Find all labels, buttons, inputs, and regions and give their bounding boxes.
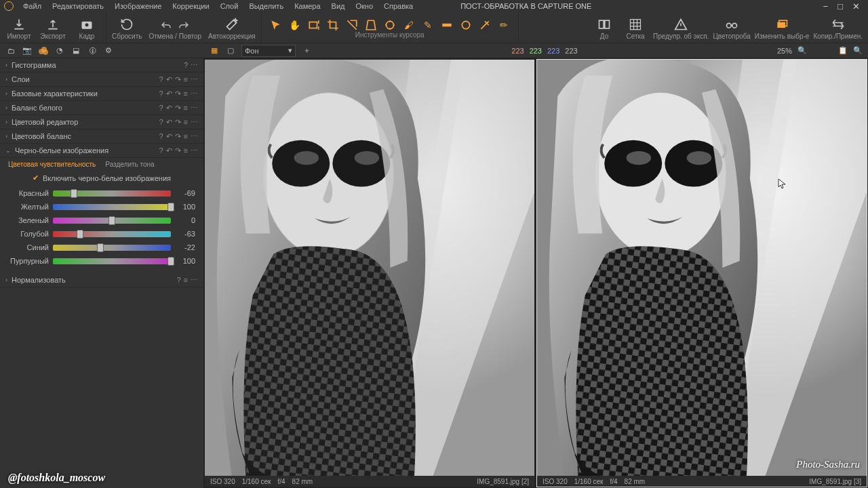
select-tool-icon[interactable] xyxy=(270,19,282,31)
slider-track[interactable] xyxy=(53,258,171,264)
tab-capture-icon[interactable]: 📷 xyxy=(22,45,33,56)
panel-color-editor[interactable]: ›Цветовой редактор?↶↷≡⋯ xyxy=(0,115,203,129)
slider-Зеленый[interactable]: Зеленый0 xyxy=(0,214,203,227)
tab-output-icon[interactable]: ⚙ xyxy=(103,45,114,56)
cursor-tools-group: ✋ 🖌 ✎ ✏ Инструменты курсора xyxy=(262,12,519,43)
edit-sel-button[interactable]: Изменить выбр-е xyxy=(755,18,810,40)
export-button[interactable]: Экспорт xyxy=(39,18,66,40)
tab-metadata-icon[interactable]: 🛈 xyxy=(87,45,98,56)
maximize-icon[interactable]: □ xyxy=(837,1,843,12)
menu-adjust[interactable]: Коррекции xyxy=(168,1,213,12)
svg-point-14 xyxy=(43,49,48,55)
eraser-tool-icon[interactable]: ✎ xyxy=(422,19,434,31)
slider-thumb[interactable] xyxy=(167,203,174,211)
menubar: Файл Редактировать Изображение Коррекции… xyxy=(0,0,868,12)
copyapply-button[interactable]: Копир./Примен. xyxy=(813,18,863,40)
slider-thumb[interactable] xyxy=(167,257,174,266)
minimize-icon[interactable]: − xyxy=(823,1,829,12)
before-button[interactable]: До xyxy=(591,18,618,40)
slider-track[interactable] xyxy=(53,245,171,251)
tab-adjust-icon[interactable] xyxy=(38,45,49,56)
main: ›Гистограмма?⋯ ›Слои?↶↷≡⋯ ›Базовые харак… xyxy=(0,58,868,488)
zoom-loupe-icon[interactable]: 🔍 xyxy=(797,46,807,55)
slider-Пурпурный[interactable]: Пурпурный100 xyxy=(0,254,203,268)
loupe-tool-icon[interactable] xyxy=(308,19,320,31)
zoom-value[interactable]: 25% xyxy=(777,47,792,55)
window-title: ПОСТ-ОБРАБОТКА В CAPTURE ONE xyxy=(460,2,591,10)
reset-button[interactable]: Сбросить xyxy=(112,18,142,40)
clipboard-icon[interactable]: 📋 xyxy=(838,46,848,55)
import-button[interactable]: Импорт xyxy=(5,18,33,40)
slider-label: Зеленый xyxy=(8,216,49,224)
view-single-icon[interactable]: ▢ xyxy=(225,45,236,56)
slider-track[interactable] xyxy=(53,231,171,237)
slider-thumb[interactable] xyxy=(108,216,115,225)
panel-histogram[interactable]: ›Гистограмма?⋯ xyxy=(0,58,203,73)
menu-image[interactable]: Изображение xyxy=(111,1,165,12)
proof-button[interactable]: Цветопроба xyxy=(713,18,750,40)
heal-tool-icon[interactable] xyxy=(479,19,491,31)
view-grid-icon[interactable]: ▦ xyxy=(209,45,220,56)
gradient-tool-icon[interactable] xyxy=(441,19,453,31)
brush-tool-icon[interactable]: 🖌 xyxy=(403,19,415,31)
panel-layers[interactable]: ›Слои?↶↷≡⋯ xyxy=(0,73,203,87)
menu-help[interactable]: Справка xyxy=(380,1,417,12)
slider-track[interactable] xyxy=(53,204,171,210)
menu-camera[interactable]: Камера xyxy=(290,1,324,12)
tab-styles-icon[interactable]: ⬓ xyxy=(71,45,81,56)
slider-Синий[interactable]: Синий-22 xyxy=(0,241,203,254)
menu-layer[interactable]: Слой xyxy=(216,1,243,12)
tab-library-icon[interactable]: 🗀 xyxy=(5,45,16,56)
close-icon[interactable]: ✕ xyxy=(852,1,860,12)
redo-icon[interactable] xyxy=(178,20,190,33)
menu-view[interactable]: Вид xyxy=(328,1,349,12)
svg-rect-7 xyxy=(605,20,610,28)
slider-thumb[interactable] xyxy=(97,243,104,252)
add-layer-icon[interactable]: ＋ xyxy=(301,45,312,56)
layer-selector[interactable]: Фон▾ xyxy=(241,45,296,57)
slider-label: Синий xyxy=(8,243,49,251)
auto-button[interactable]: Автокоррекция xyxy=(208,18,256,40)
panel-normalize[interactable]: ›Нормализовать?≡⋯ xyxy=(0,273,203,287)
meta-left: ISO 3201/160 секf/482 mm IMG_8591.jpg [2… xyxy=(205,476,534,487)
hand-tool-icon[interactable]: ✋ xyxy=(289,19,301,31)
menu-window[interactable]: Окно xyxy=(351,1,377,12)
search-icon[interactable]: 🔍 xyxy=(853,46,863,55)
viewer-pane-left[interactable]: ISO 3201/160 секf/482 mm IMG_8591.jpg [2… xyxy=(205,60,534,487)
crop-tool-icon[interactable] xyxy=(327,19,339,31)
slider-label: Голубой xyxy=(8,230,49,238)
slider-track[interactable] xyxy=(53,218,171,224)
slider-thumb[interactable] xyxy=(71,189,77,198)
rotate-tool-icon[interactable] xyxy=(346,19,358,31)
menu-select[interactable]: Выделить xyxy=(245,1,288,12)
import-icon xyxy=(12,18,26,31)
panel-bw[interactable]: ⌄Черно-белые изображения?↶↷≡⋯ xyxy=(0,144,203,158)
tab-row: 🗀 📷 ◔ ⬓ 🛈 ⚙ ▦ ▢ Фон▾ ＋ 223223223223 25% … xyxy=(0,43,868,58)
panel-color-balance[interactable]: ›Цветовой баланс?↶↷≡⋯ xyxy=(0,129,203,144)
menu-edit[interactable]: Редактировать xyxy=(48,1,108,12)
tab-split-tone[interactable]: Разделить тона xyxy=(105,161,154,168)
tab-sensitivity[interactable]: Цветовая чувствительность xyxy=(8,161,96,168)
viewer-pane-right[interactable]: ISO 3201/160 секf/482 mm IMG_8591.jpg [3… xyxy=(537,60,867,487)
slider-value: 100 xyxy=(175,257,195,265)
expwarn-button[interactable]: Предупр. об эксп. xyxy=(653,18,709,40)
slider-thumb[interactable] xyxy=(77,230,83,239)
capture-button[interactable]: Кадр xyxy=(73,18,100,40)
panel-wb[interactable]: ›Баланс белого?↶↷≡⋯ xyxy=(0,101,203,115)
annotate-tool-icon[interactable]: ✏ xyxy=(498,19,510,31)
keystone-tool-icon[interactable] xyxy=(365,19,377,31)
slider-track[interactable] xyxy=(53,190,171,197)
glasses-icon xyxy=(724,18,739,31)
tab-details-icon[interactable]: ◔ xyxy=(54,45,65,56)
grid-button[interactable]: Сетка xyxy=(622,18,649,40)
slider-Голубой[interactable]: Голубой-63 xyxy=(0,227,203,241)
panel-base[interactable]: ›Базовые характеристики?↶↷≡⋯ xyxy=(0,87,203,101)
spot-tool-icon[interactable] xyxy=(384,19,396,31)
radial-tool-icon[interactable] xyxy=(460,19,472,31)
slider-Желтый[interactable]: Желтый100 xyxy=(0,200,203,214)
undo-icon[interactable] xyxy=(160,20,172,33)
menu-file[interactable]: Файл xyxy=(19,1,45,12)
bw-enable-checkbox[interactable]: ✔Включить черно-белые изображения xyxy=(0,169,203,186)
svg-point-37 xyxy=(687,151,711,165)
slider-Красный[interactable]: Красный-69 xyxy=(0,186,203,200)
